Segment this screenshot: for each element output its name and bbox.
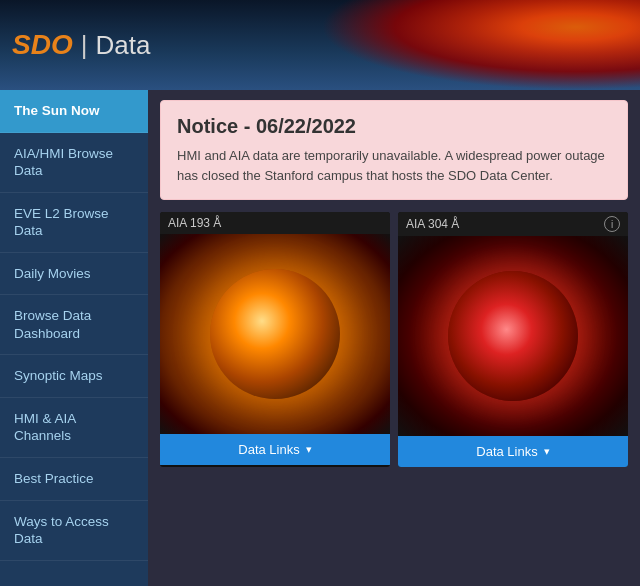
header-section: Data <box>95 30 150 61</box>
aia-304-data-links-label: Data Links <box>476 444 537 459</box>
main-content: Notice - 06/22/2022 HMI and AIA data are… <box>148 90 640 586</box>
aia-193-data-links-button[interactable]: Data Links ▾ <box>160 434 390 465</box>
sdo-logo: SDO <box>12 29 73 61</box>
sidebar-item-hmi-aia-channels[interactable]: HMI & AIA Channels <box>0 398 148 458</box>
header: SDO | Data <box>0 0 640 90</box>
header-background <box>320 0 640 90</box>
aia-304-panel: AIA 304 Å i Data Links ▾ <box>398 212 628 467</box>
aia-304-label: AIA 304 Å <box>406 217 459 231</box>
header-title: SDO | Data <box>12 29 150 61</box>
aia-193-header: AIA 193 Å <box>160 212 390 234</box>
aia-193-data-links-label: Data Links <box>238 442 299 457</box>
sidebar-item-ways-to-access-data[interactable]: Ways to Access Data <box>0 501 148 561</box>
sidebar-item-daily-movies[interactable]: Daily Movies <box>0 253 148 296</box>
sidebar-item-eve-l2-browse-data[interactable]: EVE L2 Browse Data <box>0 193 148 253</box>
sidebar: The Sun Now AIA/HMI Browse Data EVE L2 B… <box>0 90 148 586</box>
aia-304-image <box>398 236 628 436</box>
image-panels: AIA 193 Å Data Links ▾ AIA 304 Å i Data … <box>160 212 628 467</box>
main-layout: The Sun Now AIA/HMI Browse Data EVE L2 B… <box>0 90 640 586</box>
aia-193-dropdown-arrow: ▾ <box>306 443 312 456</box>
aia-193-label: AIA 193 Å <box>168 216 221 230</box>
sidebar-item-best-practice[interactable]: Best Practice <box>0 458 148 501</box>
notice-title: Notice - 06/22/2022 <box>177 115 611 138</box>
aia-193-panel: AIA 193 Å Data Links ▾ <box>160 212 390 467</box>
aia-193-image <box>160 234 390 434</box>
aia-304-data-links-button[interactable]: Data Links ▾ <box>398 436 628 467</box>
notice-text: HMI and AIA data are temporarily unavail… <box>177 146 611 185</box>
notice-box: Notice - 06/22/2022 HMI and AIA data are… <box>160 100 628 200</box>
header-separator: | <box>81 30 88 61</box>
sidebar-item-the-sun-now[interactable]: The Sun Now <box>0 90 148 133</box>
info-icon[interactable]: i <box>604 216 620 232</box>
sidebar-item-synoptic-maps[interactable]: Synoptic Maps <box>0 355 148 398</box>
sidebar-item-aia-hmi-browse-data[interactable]: AIA/HMI Browse Data <box>0 133 148 193</box>
aia-304-header: AIA 304 Å i <box>398 212 628 236</box>
aia-304-dropdown-arrow: ▾ <box>544 445 550 458</box>
sidebar-item-browse-data-dashboard[interactable]: Browse Data Dashboard <box>0 295 148 355</box>
